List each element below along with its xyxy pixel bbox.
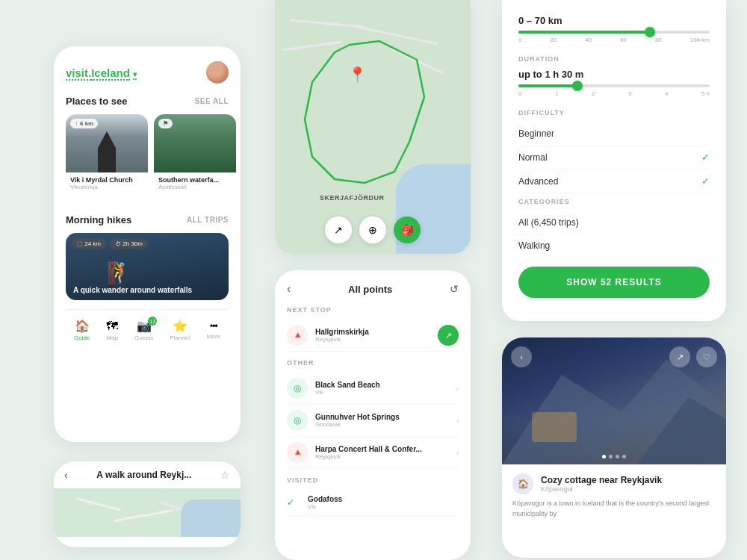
image-back-btn[interactable]: ‹	[511, 346, 532, 367]
point-info-1: Black Sand Beach Vik	[315, 381, 380, 396]
point-godafoss[interactable]: ✓ Godafoss Vik	[287, 490, 459, 516]
more-icon: •••	[210, 321, 217, 332]
waterfall-image: ⚑	[154, 114, 236, 172]
duration-slider-thumb[interactable]	[572, 81, 583, 91]
nav-more[interactable]: ••• More	[207, 321, 220, 340]
point-info-2: Gunnuhver Hot Springs Grindavik	[315, 413, 400, 428]
range-label: 0 – 70 km	[518, 15, 710, 26]
planner-icon: ⭐	[173, 319, 187, 333]
all-trips-btn[interactable]: ALL TRIPS	[187, 216, 229, 224]
next-stop-label: NEXT STOP	[287, 306, 459, 314]
cottage-card: ‹ ↗ ♡ 🏠 Cozy cottage near Reykjavik Kópa…	[502, 337, 726, 558]
cottage-name: Cozy cottage near Reykjavik	[541, 475, 662, 485]
visited-check-icon: ✓	[287, 497, 294, 508]
distance-slider-track[interactable]	[518, 31, 710, 34]
places-row: ↑6 km Vik i Myrdal Church Vikurkirkja ⚑ …	[66, 114, 229, 204]
point-left-3: 🔺 Harpa Concert Hall & Confer... Reykjav…	[287, 442, 422, 463]
hike-distance: ⬚ 24 km	[72, 239, 106, 249]
water-area-small	[181, 500, 241, 537]
place-card-church[interactable]: ↑6 km Vik i Myrdal Church Vikurkirkja	[66, 114, 148, 204]
dot-3	[616, 455, 619, 458]
hike-badges: ⬚ 24 km ⏱ 2h 30m	[72, 239, 148, 249]
hikes-section: Morning hikes ALL TRIPS 🧗 ⬚ 24 km ⏱ 2h 3…	[66, 214, 229, 300]
map-back-icon[interactable]: ‹	[64, 469, 68, 481]
cabin-glow	[532, 412, 577, 442]
map-filter-btn[interactable]: ⊕	[359, 217, 386, 243]
map-background: 📍 SKERJAFJÖRDUR ↗ ⊕ 🎒	[275, 0, 471, 254]
point-left-2: ◎ Gunnuhver Hot Springs Grindavik	[287, 410, 400, 431]
road-line-1	[77, 497, 121, 511]
map-pin: 📍	[348, 66, 367, 84]
see-all-button[interactable]: SEE ALL	[195, 97, 229, 105]
avatar[interactable]	[206, 61, 229, 84]
nav-map[interactable]: 🗺 Map	[106, 320, 118, 341]
favorite-btn[interactable]: ♡	[696, 346, 717, 367]
image-dots	[602, 455, 626, 458]
next-stop-left: 🔺 Hallgrimskirkja Reykjavik	[287, 325, 369, 346]
visited-label: VISITED	[287, 476, 459, 484]
distance-badge: ↑6 km	[70, 119, 98, 128]
chevron-3: ›	[456, 449, 459, 457]
map-bag-btn[interactable]: 🎒	[394, 217, 421, 243]
difficulty-advanced[interactable]: Advanced ✓	[518, 169, 710, 193]
route-svg	[290, 37, 439, 202]
hike-card[interactable]: 🧗 ⬚ 24 km ⏱ 2h 30m A quick wander around…	[66, 233, 229, 300]
chevron-1: ›	[456, 385, 459, 393]
nav-guests[interactable]: 📷 13 Guests	[134, 319, 153, 341]
navigate-btn[interactable]: ↗	[438, 325, 459, 346]
point-hot-springs[interactable]: ◎ Gunnuhver Hot Springs Grindavik ›	[287, 405, 459, 437]
point-info-visited: Godafoss Vik	[308, 495, 342, 510]
cottage-location: Kópavogur	[541, 485, 662, 493]
nav-planner[interactable]: ⭐ Planner	[170, 319, 190, 341]
nav-guide[interactable]: 🏠 Guide	[74, 319, 90, 341]
map-small-header: ‹ A walk around Reykj... ☆	[54, 461, 241, 488]
home-icon: 🏠	[75, 319, 90, 333]
difficulty-normal[interactable]: Normal ✓	[518, 146, 710, 169]
other-section: OTHER ◎ Black Sand Beach Vik › ◎ Gunnuhv…	[287, 359, 459, 469]
show-results-button[interactable]: SHOW 52 RESULTS	[518, 267, 710, 298]
title-plain: visit.	[66, 66, 91, 81]
duration-value: up to 1 h 30 m	[518, 69, 710, 80]
places-section-header: Places to see SEE ALL	[66, 96, 229, 107]
distance-slider-thumb[interactable]	[645, 27, 655, 37]
point-left-visited: ✓ Godafoss Vik	[287, 495, 342, 510]
dropdown-icon[interactable]: ▾	[133, 70, 137, 80]
category-walking[interactable]: Walking	[518, 234, 710, 258]
share-btn[interactable]: ↗	[669, 346, 690, 367]
points-header: ‹ All points ↺	[287, 282, 459, 296]
point-info-3: Harpa Concert Hall & Confer... Reykjavik	[315, 445, 422, 460]
duration-slider-fill	[518, 84, 576, 87]
advanced-check-icon: ✓	[701, 175, 710, 187]
cottage-name-area: Cozy cottage near Reykjavik Kópavogur	[541, 475, 662, 493]
cottage-description: Kópavogur is a town in Iceland that is t…	[512, 499, 716, 519]
next-stop-icon: 🔺	[287, 325, 308, 346]
normal-check-icon: ✓	[701, 152, 710, 163]
duration-slider-labels: 0 1 2 3 4 5 h	[518, 90, 710, 97]
point-black-sand[interactable]: ◎ Black Sand Beach Vik ›	[287, 373, 459, 405]
map-arrow-btn[interactable]: ↗	[325, 217, 352, 243]
points-back-btn[interactable]: ‹	[287, 282, 291, 296]
guests-badge: 13	[148, 317, 157, 326]
map-small-bg	[54, 488, 241, 537]
refresh-btn[interactable]: ↺	[450, 283, 459, 295]
category-all[interactable]: All (6,450 trips)	[518, 211, 710, 234]
hikes-section-header: Morning hikes ALL TRIPS	[66, 214, 229, 225]
cottage-header-row: 🏠 Cozy cottage near Reykjavik Kópavogur	[512, 473, 716, 494]
next-stop-item[interactable]: 🔺 Hallgrimskirkja Reykjavik ↗	[287, 320, 459, 352]
map-location-label: SKERJAFJÖRDUR	[320, 194, 385, 202]
title-colored: Iceland	[91, 66, 130, 81]
bookmark-badge: ⚑	[158, 119, 173, 128]
map-star-icon[interactable]: ☆	[220, 469, 230, 481]
difficulty-beginner[interactable]: Beginner	[518, 122, 710, 146]
phone-map-small-card: ‹ A walk around Reykj... ☆	[54, 461, 241, 547]
hikes-title: Morning hikes	[66, 214, 131, 225]
map-controls: ↗ ⊕ 🎒	[325, 217, 421, 243]
cottage-type-icon: 🏠	[512, 473, 533, 494]
map-icon: 🗺	[106, 320, 118, 333]
hike-title: A quick wander around waterfalls	[73, 286, 192, 294]
duration-slider-track[interactable]	[518, 84, 710, 87]
point-harpa[interactable]: 🔺 Harpa Concert Hall & Confer... Reykjav…	[287, 437, 459, 469]
all-points-card: ‹ All points ↺ NEXT STOP 🔺 Hallgrimskirk…	[275, 270, 471, 560]
cottage-image: ‹ ↗ ♡	[502, 337, 726, 464]
place-card-waterfall[interactable]: ⚑ Southern waterfa... Ásólfsskáli	[154, 114, 236, 204]
